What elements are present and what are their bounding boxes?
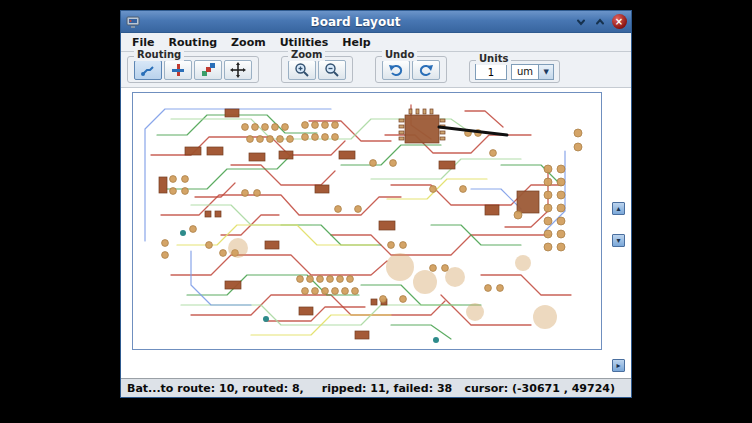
zoom-in-icon [294,62,310,78]
units-group: Units um ▼ [469,60,560,83]
redo-icon [418,62,434,78]
pin-route-button[interactable] [164,60,192,80]
scroll-up-button[interactable]: ▴ [612,202,625,215]
menu-zoom[interactable]: Zoom [224,34,273,51]
routing-group: Routing [127,56,259,83]
scroll-right-button[interactable]: ▸ [612,359,625,372]
units-group-label: Units [476,53,511,65]
menu-routing[interactable]: Routing [162,34,225,51]
chevron-down-icon: ▼ [538,65,553,79]
statusbar: Bat...to route: 10, routed: 8, ripped: 1… [121,378,631,397]
routing-group-label: Routing [134,49,184,61]
scroll-down-button[interactable]: ▾ [612,234,625,247]
move-icon [230,62,246,78]
menubar: File Routing Zoom Utilities Help [121,33,631,52]
board-layout-window: Board Layout × File Routing Zoom Utiliti… [120,10,632,398]
route-icon [140,62,156,78]
close-button[interactable]: × [611,14,627,30]
toolbar: Routing [121,52,631,88]
undo-icon [388,62,404,78]
status-rip-counts: ripped: 11, failed: 38 [322,382,452,395]
window-title: Board Layout [141,15,570,29]
zoom-in-button[interactable] [288,60,316,80]
canvas-panel: ▴ ▾ ▸ [121,88,631,378]
maximize-button[interactable] [592,14,608,30]
board-drawing-area [132,92,602,350]
minimize-button[interactable] [573,14,589,30]
status-route-counts: Bat...to route: 10, routed: 8, [127,382,304,395]
undo-button[interactable] [382,60,410,80]
layer-route-icon [200,62,216,78]
menu-utilities[interactable]: Utilities [273,34,336,51]
close-icon: × [612,14,627,29]
pin-route-icon [170,62,186,78]
undo-group-label: Undo [382,49,417,61]
redo-button[interactable] [412,60,440,80]
zoom-out-icon [324,62,340,78]
layer-route-button[interactable] [194,60,222,80]
titlebar[interactable]: Board Layout × [121,11,631,33]
pcb-canvas[interactable] [133,93,601,349]
units-value-input[interactable] [475,64,507,80]
move-button[interactable] [224,60,252,80]
route-button[interactable] [134,60,162,80]
app-icon [125,14,141,30]
zoom-group-label: Zoom [288,49,325,61]
zoom-out-button[interactable] [318,60,346,80]
menu-help[interactable]: Help [335,34,377,51]
status-cursor-position: cursor: (-30671 , 49724) [464,382,615,395]
undo-group: Undo [375,56,447,83]
menu-file[interactable]: File [125,34,162,51]
units-selected-value: um [512,65,538,79]
zoom-group: Zoom [281,56,353,83]
units-select[interactable]: um ▼ [511,64,554,80]
